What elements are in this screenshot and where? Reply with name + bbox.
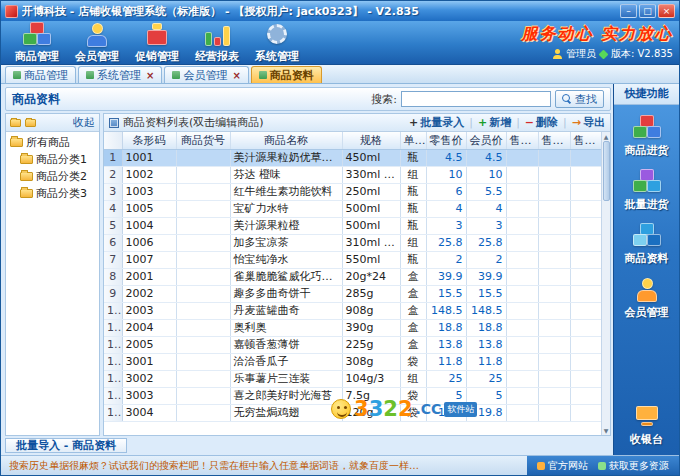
column-header[interactable]: 商品货号 <box>176 132 230 149</box>
cell <box>570 251 602 268</box>
sidebar-item[interactable]: 批量进货 <box>614 169 679 212</box>
action-button[interactable]: −删除 <box>525 115 558 130</box>
minimize-button[interactable]: – <box>620 4 637 18</box>
sidebar-item[interactable]: 商品进货 <box>614 115 679 158</box>
cell: 袋 <box>400 353 426 370</box>
cell: 2003 <box>122 302 176 319</box>
column-header[interactable]: 售价四 <box>570 132 602 149</box>
cell <box>506 183 538 200</box>
toolbar-item[interactable]: 会员管理 <box>67 21 127 64</box>
scroll-down-icon[interactable]: ▼ <box>604 426 609 435</box>
maximize-button[interactable]: □ <box>639 4 656 18</box>
toolbar-item[interactable]: 经营报表 <box>187 21 247 64</box>
tab-label: 商品管理 <box>24 68 68 83</box>
scroll-thumb[interactable] <box>603 141 610 201</box>
toolbar-item[interactable]: 商品管理 <box>7 21 67 64</box>
tree-item[interactable]: 商品分类3 <box>6 185 99 202</box>
product-info-icon <box>632 223 662 249</box>
sidebar-item[interactable]: 会员管理 <box>614 277 679 320</box>
action-button[interactable]: +新增 <box>478 115 511 130</box>
column-header[interactable]: 零售价 <box>426 132 466 149</box>
new-folder-icon[interactable] <box>25 119 36 127</box>
tab-icon <box>13 71 21 79</box>
cell <box>538 183 570 200</box>
cell: 怡宝纯净水 <box>230 251 342 268</box>
cell <box>538 200 570 217</box>
cell <box>176 200 230 217</box>
table-row[interactable]: 92002趣多多曲奇饼干285g盒15.515.5 <box>104 285 602 302</box>
tab-item[interactable]: 系统管理× <box>78 66 162 83</box>
tree-item[interactable]: 商品分类2 <box>6 168 99 185</box>
action-button[interactable]: +批量录入 <box>409 115 464 130</box>
table-row[interactable]: 102003丹麦蓝罐曲奇908g盒148.5148.5 <box>104 302 602 319</box>
row-number: 14 <box>104 370 122 387</box>
cell: 4 <box>426 200 466 217</box>
action-button[interactable]: →导出 <box>572 115 605 130</box>
table-row[interactable]: 71007怡宝纯净水550ml瓶22 <box>104 251 602 268</box>
cell: 13.8 <box>466 336 506 353</box>
tab-close-icon[interactable]: × <box>232 70 240 81</box>
cell: 盒 <box>400 336 426 353</box>
column-header[interactable]: 商品名称 <box>230 132 342 149</box>
column-header[interactable]: 条形码 <box>122 132 176 149</box>
table-row[interactable]: 61006加多宝凉茶310ml X 6罐组25.825.8 <box>104 234 602 251</box>
batch-import-tab[interactable]: 批量导入 - 商品资料 <box>5 438 127 453</box>
tree-item[interactable]: 所有商品 <box>6 134 99 151</box>
cell <box>538 387 570 404</box>
tree-item-label: 商品分类1 <box>36 152 87 167</box>
column-header[interactable]: 会员价 <box>466 132 506 149</box>
cell: 2 <box>426 251 466 268</box>
table-row[interactable]: 143002乐事薯片三连装104g/3组2525 <box>104 370 602 387</box>
scroll-up-icon[interactable]: ▲ <box>604 132 609 141</box>
tree-item[interactable]: 商品分类1 <box>6 151 99 168</box>
find-button[interactable]: 查找 <box>555 90 604 108</box>
table-row[interactable]: 51004美汁源果粒橙500ml瓶33 <box>104 217 602 234</box>
cell: 美汁源果粒橙 <box>230 217 342 234</box>
action-separator: | <box>469 116 473 129</box>
column-header[interactable]: 售价二 <box>506 132 538 149</box>
collapse-button[interactable]: 收起 <box>73 115 95 130</box>
watermark: 3322 .CC 软件站 <box>331 397 477 421</box>
status-link[interactable]: 官方网站 <box>537 459 588 473</box>
version-label: 版本: V2.835 <box>611 47 673 61</box>
tab-item[interactable]: 会员管理× <box>164 66 248 83</box>
table-row[interactable]: 122005嘉顿香葱薄饼225g盒13.813.8 <box>104 336 602 353</box>
toolbar-item[interactable]: 促销管理 <box>127 21 187 64</box>
search-label: 搜索: <box>371 92 397 107</box>
tab-label: 商品资料 <box>270 68 314 83</box>
table-row[interactable]: 112004奥利奥390g盒18.818.8 <box>104 319 602 336</box>
vertical-scrollbar[interactable]: ▲ ▼ <box>601 132 610 435</box>
tab-item[interactable]: 商品管理 <box>5 66 76 83</box>
expand-all-folder-icon[interactable] <box>10 119 21 127</box>
table-row[interactable]: 21002芬达 橙味330ml X 6罐组1010 <box>104 166 602 183</box>
cell: 908g <box>342 302 400 319</box>
page-title: 商品资料 <box>12 91 60 108</box>
search-input[interactable] <box>401 91 551 107</box>
close-button[interactable]: × <box>658 4 675 18</box>
table-row[interactable]: 133001洽洽香瓜子308g袋11.811.8 <box>104 353 602 370</box>
sidebar-item[interactable]: 收银台 <box>614 404 679 447</box>
cell: 104g/3 <box>342 370 400 387</box>
smiley-icon <box>331 399 351 419</box>
action-label: 批量录入 <box>420 115 464 130</box>
column-header[interactable]: 单位 <box>400 132 426 149</box>
table-row[interactable]: 31003红牛维生素功能饮料250ml瓶65.5 <box>104 183 602 200</box>
window-controls: –□× <box>620 4 675 18</box>
table-row[interactable]: 41005宝矿力水特500ml瓶44 <box>104 200 602 217</box>
column-header[interactable]: 售价三 <box>538 132 570 149</box>
admin-user-label[interactable]: 管理员 <box>566 47 596 61</box>
cell <box>506 404 538 421</box>
cell: 15.5 <box>426 285 466 302</box>
toolbar-item[interactable]: 系统管理 <box>247 21 307 64</box>
sidebar-item[interactable]: 商品资料 <box>614 223 679 266</box>
folder-icon <box>20 155 33 164</box>
column-header[interactable]: 规格 <box>342 132 400 149</box>
table-row[interactable]: 82001雀巢脆脆鲨威化巧克力20g*24盒39.939.9 <box>104 268 602 285</box>
status-link[interactable]: 获取更多资源 <box>598 459 669 473</box>
cell: 雀巢脆脆鲨威化巧克力 <box>230 268 342 285</box>
table-row[interactable]: 11001美汁源果粒奶优草莓味450ml瓶4.54.5 <box>104 149 602 166</box>
tab-item[interactable]: 商品资料 <box>251 66 322 83</box>
cell <box>538 302 570 319</box>
tab-close-icon[interactable]: × <box>146 70 154 81</box>
cell: 25.8 <box>466 234 506 251</box>
